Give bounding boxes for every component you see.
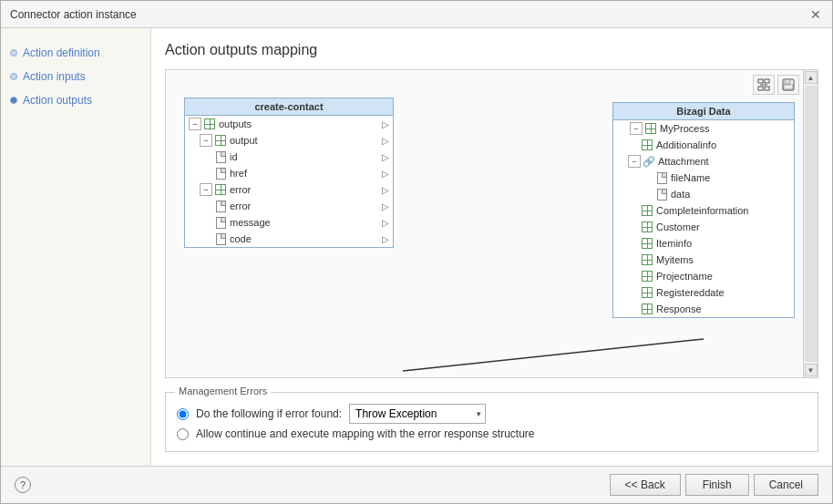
target-label-filename: fileName (671, 172, 710, 183)
tree-node-output: − output ▷ (185, 132, 393, 149)
save-icon[interactable] (777, 75, 799, 95)
grid-icon-response (641, 303, 653, 315)
radio-throw-exception[interactable] (177, 408, 189, 420)
svg-line-8 (403, 339, 704, 371)
node-label-message: message (230, 217, 271, 228)
grid-icon-complete (641, 204, 653, 217)
svg-rect-7 (784, 85, 793, 89)
target-node-filename: fileName (613, 170, 794, 186)
tree-node-href: href ▷ (185, 165, 393, 181)
doc-icon-data (655, 188, 668, 201)
node-label-href: href (230, 168, 247, 179)
svg-rect-6 (785, 79, 790, 84)
expand-attachment[interactable]: − (628, 155, 641, 168)
target-node-attachment: − 🔗 Attachment (613, 153, 794, 170)
grid-icon-outputs (203, 118, 216, 130)
target-label-myitems: Myitems (656, 254, 694, 265)
target-label-data: data (671, 189, 690, 200)
arrow-output: ▷ (382, 136, 389, 146)
close-button[interactable]: ✕ (808, 8, 823, 21)
svg-rect-3 (765, 87, 769, 90)
back-button[interactable]: << Back (610, 474, 681, 496)
target-label-attachment: Attachment (658, 156, 709, 167)
tree-node-error-child: error ▷ (185, 198, 393, 214)
page-title: Action outputs mapping (165, 42, 818, 58)
arrow-outputs: ▷ (382, 119, 389, 129)
help-icon[interactable]: ? (15, 477, 31, 493)
expand-error[interactable]: − (200, 183, 212, 196)
expand-myprocess[interactable]: − (630, 122, 643, 135)
error-action-dropdown[interactable]: Throw Exception Log Error Ignore (349, 404, 486, 424)
sidebar-item-action-inputs[interactable]: Action inputs (10, 70, 141, 83)
management-errors-section: Management Errors Do the following if er… (165, 392, 818, 452)
node-label-output: output (230, 135, 258, 146)
radio-label-1: Do the following if error found: (196, 407, 342, 420)
node-label-id: id (230, 151, 238, 162)
finish-button[interactable]: Finish (685, 474, 749, 496)
connector-dialog: Connector action instance ✕ Action defin… (0, 0, 833, 504)
scroll-down[interactable]: ▼ (805, 364, 818, 376)
sidebar-bullet-2 (10, 73, 17, 80)
grid-icon-error-group (214, 183, 227, 196)
target-label-myprocess: MyProcess (660, 123, 709, 134)
title-bar: Connector action instance ✕ (1, 1, 832, 28)
grid-icon-customer (641, 221, 653, 233)
tree-node-code: code ▷ (185, 231, 393, 247)
svg-rect-0 (758, 79, 763, 83)
node-label-outputs: outputs (219, 118, 252, 129)
sidebar-label-3: Action outputs (23, 94, 92, 107)
source-box-header: create-contact (185, 98, 393, 116)
scroll-bar: ▲ ▼ (803, 70, 818, 377)
sidebar-bullet-1 (10, 49, 17, 57)
target-node-customer: Customer (613, 219, 794, 235)
radio-label-2-text: Allow continue and execute mapping with … (196, 427, 535, 440)
arrow-id: ▷ (382, 152, 389, 162)
expand-output[interactable]: − (200, 134, 212, 147)
sidebar-label-2: Action inputs (23, 70, 86, 83)
target-node-completeinformation: Completeinformation (613, 202, 794, 219)
doc-icon-id (214, 150, 227, 163)
scroll-up[interactable]: ▲ (805, 71, 818, 84)
sidebar-label-1: Action definition (23, 46, 100, 59)
sidebar: Action definition Action inputs Action o… (1, 28, 151, 466)
target-box: Bizagi Data − MyProcess (612, 102, 795, 318)
cancel-button[interactable]: Cancel (754, 474, 818, 496)
target-node-myprocess: − MyProcess (613, 120, 794, 137)
grid-icon-registereddate (641, 286, 653, 299)
arrow-href: ▷ (382, 169, 389, 179)
doc-icon-href (214, 167, 227, 180)
tree-node-error-group: − error ▷ (185, 181, 393, 198)
target-node-iteminfo: Iteminfo (613, 235, 794, 252)
radio-allow-continue[interactable] (177, 428, 189, 440)
svg-rect-1 (765, 79, 769, 83)
node-label-error: error (230, 201, 251, 211)
grid-icon-iteminfo (641, 237, 653, 250)
target-label-customer: Customer (656, 221, 700, 232)
target-node-response: Response (613, 301, 794, 317)
arrow-error-group: ▷ (382, 185, 389, 195)
target-label-iteminfo: Iteminfo (656, 238, 692, 249)
target-node-projectname: Projectname (613, 268, 794, 284)
expand-outputs[interactable]: − (189, 118, 201, 130)
target-label-response: Response (656, 303, 702, 314)
main-content: Action outputs mapping (151, 28, 832, 466)
target-label-complete: Completeinformation (656, 205, 749, 216)
arrow-message: ▷ (382, 218, 389, 228)
tree-node-outputs: − outputs ▷ (185, 116, 393, 132)
doc-icon-code (214, 232, 227, 245)
node-label-code: code (230, 233, 252, 244)
link-icon-attachment: 🔗 (643, 155, 655, 168)
sidebar-bullet-3 (10, 97, 17, 104)
auto-layout-icon[interactable] (753, 75, 775, 95)
toolbar-icons (753, 75, 799, 95)
radio-row-1: Do the following if error found: Throw E… (177, 404, 807, 424)
grid-icon-myprocess (644, 122, 657, 135)
sidebar-item-action-definition[interactable]: Action definition (10, 46, 141, 59)
throw-exception-select-wrapper: Throw Exception Log Error Ignore (349, 404, 486, 424)
sidebar-item-action-outputs[interactable]: Action outputs (10, 94, 141, 107)
doc-icon-filename (655, 171, 668, 184)
target-node-data: data (613, 186, 794, 202)
dialog-footer: ? << Back Finish Cancel (1, 466, 832, 503)
footer-buttons: << Back Finish Cancel (610, 474, 818, 496)
doc-icon-message (214, 216, 227, 229)
